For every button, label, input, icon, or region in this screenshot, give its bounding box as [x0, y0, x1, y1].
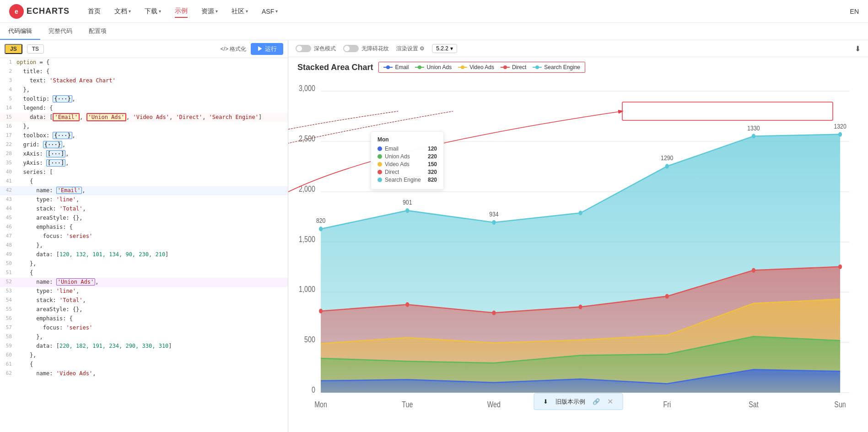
- chart-tooltip: Mon Email 120 Union Ads 220 Video Ads: [371, 131, 444, 189]
- svg-point-3: [418, 65, 421, 69]
- svg-point-44: [838, 265, 842, 269]
- code-line-44: 44 stack: 'Total',: [0, 205, 288, 214]
- download-area: ⬇: [855, 44, 861, 53]
- download-icon[interactable]: ⬇: [855, 45, 861, 53]
- code-line-16: 16 },: [0, 122, 288, 131]
- svg-point-34: [579, 211, 582, 215]
- chart-title: Stacked Area Chart: [297, 63, 373, 72]
- accessibility-toggle[interactable]: [343, 45, 359, 52]
- svg-text:0: 0: [312, 385, 315, 394]
- code-line-56: 56 emphasis: {: [0, 314, 288, 324]
- nav-docs[interactable]: 文档 ▾: [114, 5, 131, 17]
- tooltip-dot-email: [377, 146, 382, 151]
- nav-home[interactable]: 首页: [88, 5, 101, 17]
- run-button[interactable]: ▶ 运行: [251, 43, 283, 55]
- code-line-57: 57 focus: 'series': [0, 324, 288, 333]
- code-line-59: 59 data: [220, 182, 191, 234, 290, 330, …: [0, 342, 288, 351]
- nav-resources[interactable]: 资源 ▾: [201, 5, 218, 17]
- tooltip-dot-search-engine: [377, 178, 382, 182]
- tab-config[interactable]: 配置项: [81, 23, 115, 40]
- code-line-50: 50 },: [0, 259, 288, 269]
- code-line-42: 42 name: 'Email',: [0, 186, 288, 195]
- tab-code-edit[interactable]: 代码编辑: [0, 23, 40, 40]
- code-line-5: 5 tooltip: {···},: [0, 95, 288, 104]
- chart-header: 深色模式 无障碍花纹 渲染设置 ⚙ 5.2.2 ▾ ⬇: [288, 40, 868, 57]
- tooltip-row-search-engine: Search Engine 820: [377, 177, 437, 183]
- accessibility-toggle-group: 无障碍花纹: [343, 45, 389, 53]
- nav-community[interactable]: 社区 ▾: [232, 5, 248, 17]
- chart-panel: 深色模式 无障碍花纹 渲染设置 ⚙ 5.2.2 ▾ ⬇ Stacked Area…: [288, 40, 868, 432]
- code-toolbar: JS TS </> 格式化 ▶ 运行: [0, 40, 288, 58]
- code-line-48: 48 },: [0, 241, 288, 250]
- legend-item-direct[interactable]: Direct: [501, 64, 526, 70]
- legend-item-video-ads[interactable]: Video Ads: [458, 64, 494, 70]
- code-line-55: 55 areaStyle: {},: [0, 305, 288, 314]
- logo-area: e ECHARTS: [9, 4, 70, 19]
- tooltip-row-email: Email 120: [377, 146, 437, 152]
- svg-point-7: [503, 65, 507, 69]
- code-line-58: 58 },: [0, 333, 288, 342]
- legend-item-search-engine[interactable]: Search Engine: [533, 64, 580, 70]
- nav-download-arrow: ▾: [159, 9, 161, 14]
- svg-point-42: [665, 294, 669, 298]
- code-line-41: 41 {: [0, 177, 288, 186]
- svg-text:3,000: 3,000: [299, 84, 315, 93]
- ts-lang-button[interactable]: TS: [27, 44, 44, 54]
- code-line-47: 47 focus: 'series': [0, 232, 288, 241]
- tooltip-dot-video-ads: [377, 162, 382, 167]
- svg-text:Wed: Wed: [487, 400, 501, 409]
- dark-mode-toggle[interactable]: [296, 45, 311, 52]
- svg-point-36: [752, 134, 755, 138]
- js-lang-button[interactable]: JS: [5, 44, 22, 54]
- accessibility-label: 无障碍花纹: [361, 45, 389, 53]
- tooltip-row-union-ads: Union Ads 220: [377, 153, 437, 160]
- format-button[interactable]: </> 格式化: [221, 45, 247, 53]
- render-setting-label[interactable]: 渲染设置 ⚙: [396, 45, 425, 53]
- tooltip-dot-union-ads: [377, 154, 382, 159]
- tooltip-row-direct: Direct 320: [377, 169, 437, 175]
- code-line-1: 1 option = {: [0, 58, 288, 67]
- legend-item-union-ads[interactable]: Union Ads: [415, 64, 452, 70]
- nav-download[interactable]: 下载 ▾: [145, 5, 161, 17]
- tooltip-label-search-engine: Search Engine: [385, 177, 425, 183]
- tab-full-code[interactable]: 完整代码: [40, 23, 81, 40]
- svg-point-5: [461, 65, 464, 69]
- nav-asf-arrow: ▾: [275, 9, 278, 14]
- main-layout: JS TS </> 格式化 ▶ 运行 1 option = { 2 title:…: [0, 40, 868, 432]
- dark-mode-label: 深色模式: [314, 45, 336, 53]
- nav-lang[interactable]: EN: [850, 8, 859, 15]
- bottom-banner: ⬇ 旧版本示例 🔗 ✕: [534, 393, 623, 410]
- code-line-15: 15 data: ['Email', 'Union Ads', 'Video A…: [0, 113, 288, 122]
- svg-text:901: 901: [403, 198, 412, 206]
- svg-point-31: [319, 227, 323, 231]
- legend-box: Email Union Ads Vide: [378, 62, 585, 73]
- nav-examples[interactable]: 示例: [175, 5, 188, 18]
- legend-line-email: [383, 65, 393, 70]
- tooltip-label-email: Email: [385, 146, 425, 152]
- code-line-3: 3 text: 'Stacked Area Chart': [0, 76, 288, 86]
- code-line-28: 28 xAxis: [···],: [0, 150, 288, 159]
- code-line-22: 22 grid: {···},: [0, 140, 288, 150]
- tooltip-dot-direct: [377, 170, 382, 174]
- nav-asf[interactable]: ASF ▾: [262, 6, 278, 17]
- tooltip-val-video-ads: 150: [428, 161, 437, 167]
- svg-text:820: 820: [316, 216, 326, 225]
- code-line-14: 14 legend: {: [0, 104, 288, 113]
- legend-item-email[interactable]: Email: [383, 64, 409, 70]
- chart-area: Stacked Area Chart Email: [288, 57, 868, 432]
- svg-text:Mon: Mon: [314, 400, 327, 409]
- link-icon-banner[interactable]: 🔗: [593, 398, 600, 405]
- banner-text: 旧版本示例: [555, 398, 585, 406]
- banner-close-button[interactable]: ✕: [607, 397, 613, 406]
- version-select[interactable]: 5.2.2 ▾: [432, 44, 457, 53]
- dark-mode-toggle-group: 深色模式: [296, 45, 336, 53]
- download-icon-banner[interactable]: ⬇: [543, 398, 548, 405]
- svg-point-40: [492, 310, 496, 315]
- svg-text:Sun: Sun: [834, 400, 846, 409]
- code-line-49: 49 data: [120, 132, 101, 134, 90, 230, 2…: [0, 250, 288, 259]
- svg-point-39: [405, 302, 409, 307]
- legend-line-union-ads: [415, 65, 424, 70]
- svg-point-41: [579, 304, 582, 309]
- code-line-35: 35 yAxis: [···],: [0, 159, 288, 168]
- logo-text: ECHARTS: [27, 6, 70, 16]
